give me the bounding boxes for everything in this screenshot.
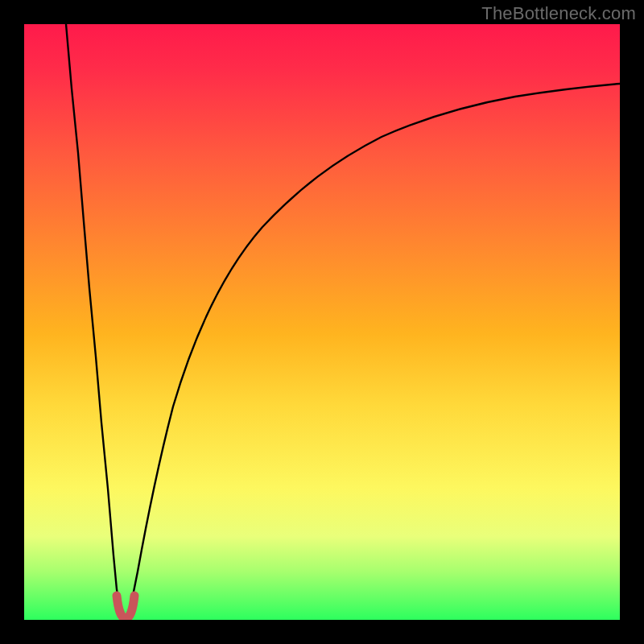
plot-area — [24, 24, 620, 620]
curve-right-branch — [129, 84, 620, 616]
curve-left-branch — [66, 24, 122, 616]
chart-frame: TheBottleneck.com — [0, 0, 644, 644]
cusp-marker-icon — [117, 596, 134, 618]
watermark-text: TheBottleneck.com — [481, 3, 636, 24]
curve-layer — [24, 24, 620, 620]
